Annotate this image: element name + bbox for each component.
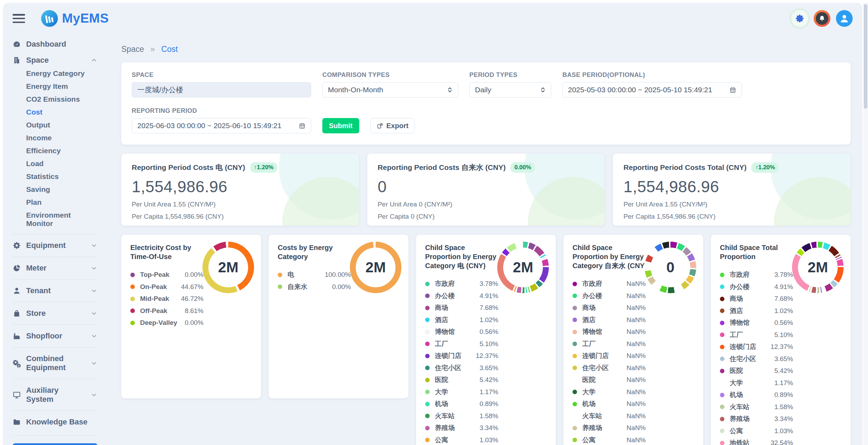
page-scrollbar[interactable] bbox=[863, 3, 868, 445]
donut-chart[interactable]: 2M bbox=[350, 242, 401, 293]
legend-item[interactable]: 住宅小区3.65% bbox=[720, 353, 793, 365]
legend-item[interactable]: 住宅小区NaN% bbox=[573, 362, 646, 374]
base-period-input[interactable]: 2025-05-03 00:00:00 ~ 2025-05-10 15:49:2… bbox=[562, 82, 742, 97]
scrollbar-thumb[interactable] bbox=[864, 4, 867, 109]
sidebar-item-equipment[interactable]: Equipment bbox=[13, 241, 98, 250]
legend-item[interactable]: 酒店1.02% bbox=[425, 314, 498, 326]
comparison-types-select[interactable]: Month-On-Month bbox=[322, 82, 458, 97]
sidebar-item-meter[interactable]: Meter bbox=[13, 264, 98, 273]
sidebar-item-combined-equipment[interactable]: Combined Equipment bbox=[13, 354, 98, 372]
legend-item[interactable]: 工厂NaN% bbox=[573, 338, 646, 350]
legend-item[interactable]: 自来水0.00% bbox=[278, 281, 351, 293]
legend-dot-icon bbox=[425, 438, 430, 442]
notifications-button[interactable] bbox=[814, 10, 830, 27]
menu-toggle-button[interactable] bbox=[13, 14, 25, 23]
legend-item[interactable]: 商场7.68% bbox=[425, 302, 498, 314]
sidebar-item-energy-category[interactable]: Energy Category bbox=[26, 67, 98, 80]
legend-item[interactable]: 医院NaN% bbox=[573, 374, 646, 386]
sidebar-item-auxiliary-system[interactable]: Auxiliary System bbox=[13, 386, 98, 404]
legend-item[interactable]: 养殖场3.34% bbox=[720, 413, 793, 425]
sidebar-item-dashboard[interactable]: Dashboard bbox=[13, 40, 98, 49]
legend-item[interactable]: 地铁站32.54% bbox=[720, 437, 793, 445]
donut-chart[interactable]: 2M bbox=[792, 242, 844, 293]
legend-item[interactable]: 医院5.42% bbox=[720, 365, 793, 377]
sidebar-item-shopfloor[interactable]: Shopfloor bbox=[13, 331, 98, 341]
legend-item[interactable]: Deep-Valley0.00% bbox=[130, 317, 203, 329]
brand-logo[interactable]: MyEMS bbox=[41, 10, 109, 27]
sidebar-item-plan[interactable]: Plan bbox=[26, 196, 98, 209]
legend-item[interactable]: 机场NaN% bbox=[573, 398, 646, 410]
user-avatar-button[interactable] bbox=[836, 10, 853, 27]
legend-item[interactable]: 市政府NaN% bbox=[573, 278, 646, 290]
sidebar-item-statistics[interactable]: Statistics bbox=[26, 170, 98, 183]
sidebar-item-output[interactable]: Output bbox=[26, 118, 98, 131]
legend-item[interactable]: 机场0.89% bbox=[720, 389, 793, 401]
sidebar-item-income[interactable]: Income bbox=[26, 131, 98, 144]
legend-item[interactable]: 住宅小区3.65% bbox=[425, 362, 498, 374]
legend-item[interactable]: Off-Peak8.61% bbox=[130, 305, 203, 317]
legend-item[interactable]: 博物馆0.56% bbox=[425, 326, 498, 338]
legend-item[interactable]: Top-Peak0.00% bbox=[130, 269, 203, 281]
sidebar-item-efficiency[interactable]: Efficiency bbox=[26, 144, 98, 157]
legend-item[interactable]: 市政府3.78% bbox=[425, 278, 498, 290]
legend-item[interactable]: 火车站1.58% bbox=[425, 410, 498, 422]
donut-chart[interactable]: 2M bbox=[202, 242, 254, 293]
stat-cards-row: Reporting Period Costs 电 (CNY)↑1.20%1,55… bbox=[121, 154, 851, 226]
legend-item[interactable]: On-Peak44.67% bbox=[130, 281, 203, 293]
legend-item[interactable]: 公寓1.03% bbox=[720, 425, 793, 437]
legend-item[interactable]: 大学NaN% bbox=[573, 386, 646, 398]
legend-item[interactable]: 商场NaN% bbox=[573, 302, 646, 314]
legend-item[interactable]: 机场0.89% bbox=[425, 398, 498, 410]
sidebar-item-cost[interactable]: Cost bbox=[26, 106, 98, 118]
period-types-label: PERIOD TYPES bbox=[469, 71, 551, 79]
stat-per-unit-area: Per Unit Area 0 (CNY/M²) bbox=[378, 201, 594, 208]
legend-item[interactable]: 办公楼4.91% bbox=[720, 281, 793, 293]
legend-item[interactable]: 连锁门店NaN% bbox=[573, 350, 646, 362]
legend-item[interactable]: 养殖场NaN% bbox=[573, 422, 646, 434]
legend-item[interactable]: 博物馆NaN% bbox=[573, 326, 646, 338]
legend-item[interactable]: 医院5.42% bbox=[425, 374, 498, 386]
legend-item[interactable]: 连锁门店12.37% bbox=[425, 350, 498, 362]
legend-item[interactable]: 办公楼NaN% bbox=[573, 290, 646, 302]
legend-item[interactable]: 养殖场3.34% bbox=[425, 422, 498, 434]
settings-button[interactable] bbox=[791, 10, 808, 27]
legend-value: 5.10% bbox=[479, 340, 498, 348]
legend-item[interactable]: 市政府3.78% bbox=[720, 269, 793, 281]
sidebar-item-knowledge-base[interactable]: Knowledge Base bbox=[13, 417, 98, 427]
breadcrumb-space-link[interactable]: Space bbox=[121, 45, 144, 54]
export-button[interactable]: Export bbox=[370, 118, 415, 133]
legend-item[interactable]: 公寓NaN% bbox=[573, 434, 646, 445]
breadcrumb-cost-link[interactable]: Cost bbox=[161, 45, 178, 54]
legend-item[interactable]: 办公楼4.91% bbox=[425, 290, 498, 302]
sidebar-item-store[interactable]: Store bbox=[13, 309, 98, 318]
legend-item[interactable]: 火车站NaN% bbox=[573, 410, 646, 422]
legend-item[interactable]: 大学1.17% bbox=[720, 377, 793, 389]
legend-item[interactable]: 电100.00% bbox=[278, 269, 351, 281]
sidebar-item-space[interactable]: Space bbox=[13, 56, 98, 65]
submit-button[interactable]: Submit bbox=[322, 118, 359, 133]
legend-item[interactable]: Mid-Peak46.72% bbox=[130, 293, 203, 305]
legend-item[interactable]: 火车站1.58% bbox=[720, 401, 793, 413]
sidebar-item-load[interactable]: Load bbox=[26, 157, 98, 170]
legend-value: 8.61% bbox=[185, 307, 203, 315]
sidebar-item-saving[interactable]: Saving bbox=[26, 183, 98, 196]
donut-chart[interactable]: 2M bbox=[497, 242, 549, 293]
legend-item[interactable]: 酒店NaN% bbox=[573, 314, 646, 326]
sidebar-item-tenant[interactable]: Tenant bbox=[13, 286, 98, 295]
legend-item[interactable]: 大学1.17% bbox=[425, 386, 498, 398]
sidebar-item-co2-emissions[interactable]: CO2 Emissions bbox=[26, 93, 98, 106]
legend-item[interactable]: 商场7.68% bbox=[720, 293, 793, 305]
legend-item[interactable]: 工厂5.10% bbox=[720, 329, 793, 341]
legend-item[interactable]: 连锁门店12.37% bbox=[720, 341, 793, 353]
donut-chart[interactable]: 0 bbox=[645, 242, 696, 293]
sidebar-item-environment-monitor[interactable]: Environment Monitor bbox=[26, 209, 98, 230]
legend-item[interactable]: 工厂5.10% bbox=[425, 338, 498, 350]
legend-item[interactable]: 公寓1.03% bbox=[425, 434, 498, 445]
period-types-select[interactable]: Daily bbox=[469, 82, 551, 97]
legend-item[interactable]: 博物馆0.56% bbox=[720, 317, 793, 329]
space-input[interactable] bbox=[132, 82, 311, 97]
legend-item[interactable]: 酒店1.02% bbox=[720, 305, 793, 317]
enterprise-edition-button[interactable]: Enterprise Edition bbox=[13, 443, 98, 445]
sidebar-item-energy-item[interactable]: Energy Item bbox=[26, 80, 98, 93]
reporting-period-input[interactable]: 2025-06-03 00:00:00 ~ 2025-06-10 15:49:2… bbox=[132, 118, 311, 133]
